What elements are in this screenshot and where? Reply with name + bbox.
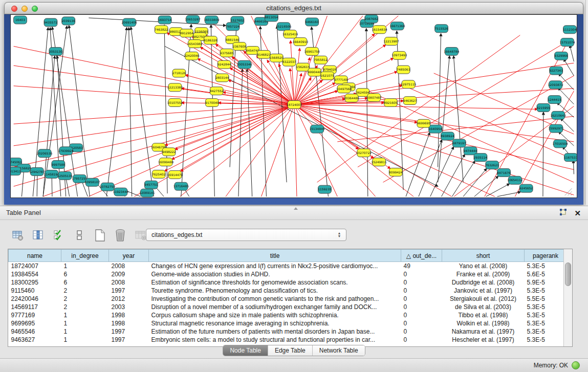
graph-node[interactable]: 12505135 — [57, 171, 73, 180]
graph-node[interactable]: 10654112 — [507, 176, 522, 184]
table-row[interactable]: 2242004622012Investigating the contribut… — [9, 295, 567, 303]
graph-node[interactable]: 9435572 — [44, 18, 58, 27]
column-header-year[interactable]: year — [109, 250, 149, 262]
tab-edge-table[interactable]: Edge Table — [268, 345, 312, 356]
graph-node[interactable]: 9463627 — [403, 97, 417, 105]
graph-node[interactable]: 1159235 — [318, 185, 332, 193]
network-canvas[interactable]: 1640394355722039136206914061693714106532… — [10, 14, 577, 198]
graph-node[interactable]: 2367608 — [233, 42, 247, 51]
graph-node[interactable]: 10107552 — [167, 99, 183, 107]
graph-node[interactable]: 9997588 — [52, 161, 66, 169]
graph-node[interactable]: 2053130 — [49, 47, 63, 55]
graph-node[interactable]: 20053346 — [237, 60, 252, 69]
graph-node[interactable]: 8322037 — [282, 58, 296, 66]
graph-node[interactable]: 16961758 — [304, 47, 320, 55]
table-row[interactable]: 1830029562008Estimation of significance … — [9, 278, 567, 287]
table-row[interactable]: 1872400712008Changes of HCN gene express… — [9, 262, 567, 271]
graph-node[interactable]: 9146821 — [257, 50, 271, 58]
graph-node[interactable]: 9242844 — [217, 60, 231, 69]
graph-node[interactable]: 2803144 — [215, 74, 229, 82]
graph-node[interactable]: 1640954 — [428, 125, 442, 133]
delete-icon[interactable] — [114, 229, 127, 242]
table-row[interactable]: 1456911722003Disruption of a novel membe… — [9, 303, 567, 311]
graph-node[interactable]: 16099488 — [158, 158, 173, 166]
show-column-icon[interactable] — [32, 229, 45, 242]
graph-node[interactable]: 15751074 — [559, 38, 575, 47]
graph-node[interactable]: 9498222 — [162, 148, 176, 156]
graph-node[interactable]: 2087682 — [364, 15, 378, 23]
graph-node[interactable]: 7955812 — [314, 56, 328, 64]
column-header-title[interactable]: title — [149, 250, 401, 262]
tab-node-table[interactable]: Node Table — [223, 345, 268, 356]
unselect-all-icon[interactable] — [73, 229, 86, 242]
graph-node[interactable]: 9375685 — [220, 49, 234, 57]
graph-node[interactable]: 9329966 — [554, 52, 568, 60]
graph-node[interactable]: 9457751 — [144, 181, 158, 189]
graph-node[interactable]: 17939924 — [58, 147, 74, 155]
scrollbar-thumb[interactable] — [565, 262, 571, 286]
graph-node[interactable]: 12942787 — [29, 167, 45, 176]
graph-node[interactable]: 9170049 — [205, 99, 219, 107]
graph-node[interactable]: 1568520 — [270, 54, 284, 62]
table-row[interactable]: 946362711997Embryonic stem cells: a mode… — [9, 336, 567, 344]
graph-node[interactable]: 8938924 — [441, 132, 454, 140]
graph-node[interactable]: 7485063 — [397, 65, 410, 74]
column-header-name[interactable]: name — [9, 250, 61, 262]
graph-node[interactable]: 20691406 — [122, 18, 137, 27]
tab-network-table[interactable]: Network Table — [312, 345, 365, 356]
graph-node[interactable]: 8921605 — [384, 99, 398, 107]
graph-node[interactable]: 9990448 — [308, 68, 321, 76]
table-row[interactable]: 977716911998Corpus callosum shape and si… — [9, 311, 567, 319]
graph-node[interactable]: 8427552 — [210, 87, 224, 95]
graph-node[interactable]: 3913411 — [11, 167, 21, 176]
graph-node[interactable]: 9699695 — [417, 119, 431, 127]
graph-node[interactable]: 7463822 — [155, 26, 168, 34]
graph-node[interactable]: 1693714 — [158, 16, 172, 24]
graph-node[interactable]: 2039136 — [61, 17, 75, 25]
graph-node[interactable]: 10497568 — [336, 85, 352, 93]
table-scrollbar[interactable] — [563, 249, 572, 346]
graph-node[interactable]: 12975115 — [401, 80, 416, 89]
graph-node[interactable]: 16210643 — [551, 111, 566, 119]
graph-node[interactable]: 15218506 — [276, 23, 291, 31]
zoom-window-button[interactable] — [32, 6, 38, 12]
graph-node[interactable]: 16914479 — [167, 170, 183, 179]
graph-node[interactable]: 15992971 — [549, 124, 564, 133]
graph-node[interactable]: 10958107 — [84, 178, 100, 186]
graph-node[interactable]: 11923448 — [113, 188, 128, 196]
graph-node[interactable]: 7625402 — [152, 170, 166, 178]
float-panel-icon[interactable] — [559, 208, 567, 218]
graph-node[interactable]: 20364486 — [344, 94, 359, 102]
resize-grip-icon[interactable] — [565, 188, 572, 195]
graph-node[interactable]: 8099424 — [389, 168, 403, 176]
close-panel-icon[interactable]: ✕ — [574, 209, 581, 218]
drag-handle-icon[interactable] — [294, 207, 298, 210]
table-row[interactable]: 946554611997Estimation of the future num… — [9, 327, 567, 336]
graph-node[interactable]: 7515526 — [434, 25, 448, 33]
column-header-short[interactable]: short — [442, 250, 525, 262]
table-settings-icon[interactable] — [11, 229, 25, 242]
table-row[interactable]: 911546021997Tourette syndrome. Phenomeno… — [9, 287, 567, 295]
graph-node[interactable]: 8471676 — [497, 168, 511, 177]
graph-node[interactable]: 7857224 — [226, 23, 240, 31]
graph-node[interactable]: 15249811 — [371, 158, 386, 166]
column-header-in_degree[interactable]: in_degree — [61, 250, 109, 262]
graph-node[interactable]: 1244415 — [548, 96, 561, 104]
graph-node[interactable]: 1167533 — [564, 154, 577, 162]
graph-node[interactable]: 10270722 — [356, 149, 372, 157]
graph-node[interactable]: 20206536 — [37, 149, 52, 158]
graph-node-hub[interactable]: 18724007 — [287, 101, 302, 109]
graph-node[interactable]: 10653287 — [185, 15, 201, 24]
table-select-dropdown[interactable]: citations_edges.txt ▲▼ — [146, 229, 346, 241]
graph-node[interactable]: 17016504 — [553, 140, 568, 148]
graph-node[interactable]: 10973493 — [391, 51, 407, 59]
graph-node[interactable]: 6879197 — [452, 139, 466, 147]
graph-node[interactable]: 9227343 — [549, 67, 563, 75]
graph-node[interactable]: 12213383 — [167, 83, 183, 92]
graph-node[interactable]: 2718126 — [172, 69, 186, 77]
graph-node[interactable]: 7632621 — [486, 161, 499, 169]
graph-node[interactable]: 15134845 — [309, 125, 324, 133]
graph-node[interactable]: 12213987 — [383, 37, 399, 46]
graph-node[interactable]: 8215955 — [537, 104, 551, 112]
table-row[interactable]: 969969511998Structural magnetic resonanc… — [9, 319, 567, 327]
